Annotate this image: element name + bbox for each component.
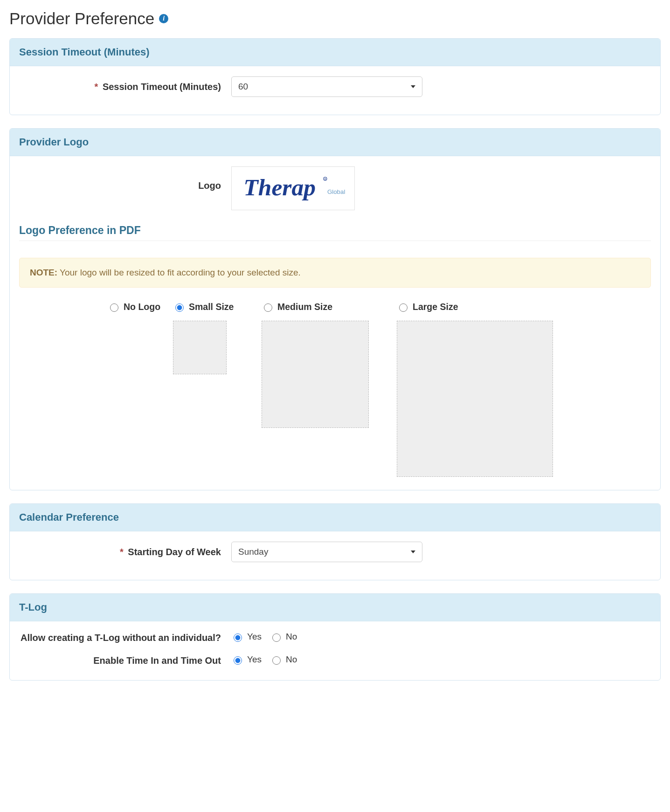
dropdown-session-timeout[interactable]: 60: [231, 76, 422, 97]
row-tlog-q1: Allow creating a T-Log without an indivi…: [19, 632, 651, 644]
preview-large: [397, 321, 553, 477]
panel-tlog: T-Log Allow creating a T-Log without an …: [9, 593, 661, 681]
panel-header-session-timeout: Session Timeout (Minutes): [10, 39, 660, 66]
option-q1-yes[interactable]: Yes: [231, 632, 262, 642]
option-medium-col: Medium Size: [262, 302, 397, 428]
row-session-timeout: * Session Timeout (Minutes) 60: [19, 76, 651, 97]
radio-medium[interactable]: [264, 303, 272, 312]
label-q1-yes: Yes: [247, 632, 262, 642]
caret-down-icon: [411, 551, 415, 553]
radio-q1-yes[interactable]: [234, 633, 242, 642]
logo-sub-text: Global: [327, 188, 345, 195]
required-mark: *: [120, 547, 124, 557]
dropdown-value-session-timeout: 60: [238, 82, 248, 92]
dropdown-start-day[interactable]: Sunday: [231, 542, 422, 562]
label-q2-yes: Yes: [247, 654, 262, 665]
radio-group-q1: Yes No: [231, 632, 651, 642]
option-no-logo-col: No Logo: [108, 302, 173, 321]
option-q1-no[interactable]: No: [270, 632, 297, 642]
label-start-day: * Starting Day of Week: [19, 547, 231, 557]
divider: [19, 241, 651, 241]
radio-q2-yes[interactable]: [234, 656, 242, 665]
option-small[interactable]: Small Size: [173, 302, 234, 312]
page-title: Provider Preference: [9, 9, 154, 28]
preview-small: [173, 321, 227, 374]
panel-session-timeout: Session Timeout (Minutes) * Session Time…: [9, 38, 661, 115]
logo-image: Therap R Global: [231, 166, 355, 210]
panel-body-tlog: Allow creating a T-Log without an indivi…: [10, 621, 660, 680]
label-medium: Medium Size: [277, 302, 332, 312]
control-logo: Therap R Global: [231, 166, 651, 210]
row-tlog-q2: Enable Time In and Time Out Yes No: [19, 654, 651, 667]
option-q2-no[interactable]: No: [270, 654, 297, 665]
label-q2-no: No: [286, 654, 297, 665]
page-title-row: Provider Preference i: [9, 9, 661, 28]
radio-q2-no[interactable]: [272, 656, 281, 665]
option-q2-yes[interactable]: Yes: [231, 654, 262, 665]
panel-body-calendar: * Starting Day of Week Sunday: [10, 531, 660, 580]
note-label: NOTE:: [30, 268, 57, 277]
control-session-timeout: 60: [231, 76, 651, 97]
label-text-session-timeout: Session Timeout (Minutes): [103, 82, 221, 92]
option-medium[interactable]: Medium Size: [262, 302, 332, 312]
radio-group-q2: Yes No: [231, 654, 651, 665]
subheading-logo-pref: Logo Preference in PDF: [19, 224, 651, 237]
panel-header-tlog: T-Log: [10, 594, 660, 621]
radio-small[interactable]: [175, 303, 184, 312]
control-tlog-q2: Yes No: [231, 654, 651, 665]
label-tlog-q2: Enable Time In and Time Out: [19, 654, 231, 667]
label-logo: Logo: [19, 166, 231, 191]
label-small: Small Size: [189, 302, 234, 312]
therap-logo-svg: Therap R Global: [237, 170, 349, 207]
panel-provider-logo: Provider Logo Logo Therap R Global Logo …: [9, 128, 661, 490]
label-large: Large Size: [413, 302, 458, 312]
option-no-logo[interactable]: No Logo: [108, 302, 160, 312]
option-large[interactable]: Large Size: [397, 302, 458, 312]
panel-body-provider-logo: Logo Therap R Global Logo Preference in …: [10, 156, 660, 490]
control-tlog-q1: Yes No: [231, 632, 651, 642]
panel-body-session-timeout: * Session Timeout (Minutes) 60: [10, 66, 660, 115]
label-session-timeout: * Session Timeout (Minutes): [19, 82, 231, 92]
note-box: NOTE: Your logo will be resized to fit a…: [19, 258, 651, 288]
label-tlog-q1: Allow creating a T-Log without an indivi…: [19, 632, 231, 644]
svg-text:R: R: [324, 178, 326, 180]
dropdown-value-start-day: Sunday: [238, 547, 268, 557]
row-start-day: * Starting Day of Week Sunday: [19, 542, 651, 562]
label-no-logo: No Logo: [124, 302, 160, 312]
radio-q1-no[interactable]: [272, 633, 281, 642]
panel-header-provider-logo: Provider Logo: [10, 129, 660, 156]
radio-no-logo[interactable]: [110, 303, 118, 312]
logo-size-options: No Logo Small Size Medium Size: [19, 302, 651, 477]
control-start-day: Sunday: [231, 542, 651, 562]
caret-down-icon: [411, 85, 415, 88]
radio-large[interactable]: [399, 303, 408, 312]
option-small-col: Small Size: [173, 302, 262, 374]
panel-calendar: Calendar Preference * Starting Day of We…: [9, 503, 661, 580]
note-text: Your logo will be resized to fit accordi…: [60, 268, 301, 277]
label-text-start-day: Starting Day of Week: [128, 547, 221, 557]
label-q1-no: No: [286, 632, 297, 642]
required-mark: *: [95, 82, 98, 92]
logo-brand-text: Therap: [243, 174, 316, 200]
panel-header-calendar: Calendar Preference: [10, 504, 660, 531]
option-large-col: Large Size: [397, 302, 560, 477]
preview-medium: [262, 321, 369, 428]
info-icon[interactable]: i: [159, 14, 168, 23]
row-logo: Logo Therap R Global: [19, 166, 651, 210]
